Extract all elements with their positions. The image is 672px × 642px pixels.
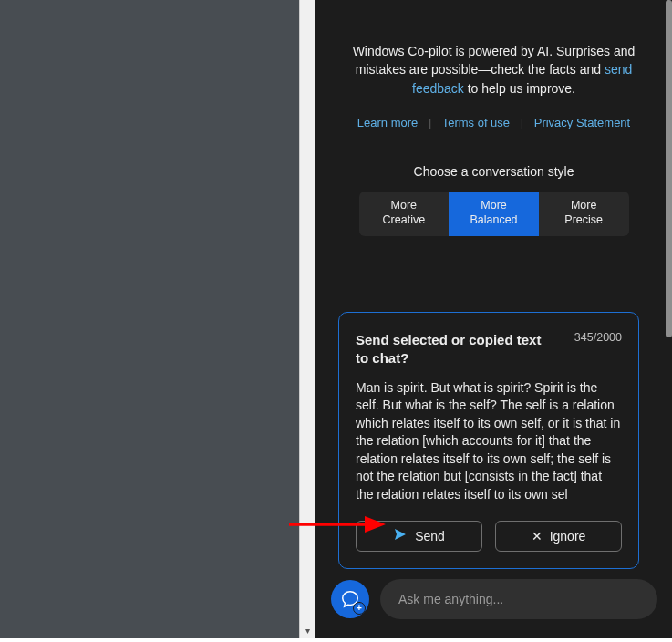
style-precise-button[interactable]: More Precise <box>539 192 629 236</box>
link-separator: | <box>521 116 523 129</box>
copilot-scrollbar[interactable] <box>666 0 672 337</box>
style-label-line1: More <box>359 199 450 213</box>
learn-more-link[interactable]: Learn more <box>357 116 418 129</box>
send-icon <box>393 527 408 544</box>
style-heading: Choose a conversation style <box>315 164 672 179</box>
style-balanced-button[interactable]: More Balanced <box>449 192 539 236</box>
ignore-button[interactable]: ✕ Ignore <box>495 521 622 552</box>
send-button[interactable]: Send <box>356 521 482 552</box>
send-text-prompt-card: Send selected or copied text to chat? 34… <box>338 312 639 569</box>
style-creative-button[interactable]: More Creative <box>359 192 450 236</box>
prompt-button-row: Send ✕ Ignore <box>356 521 622 552</box>
style-label-line1: More <box>539 199 629 213</box>
prompt-body-text: Man is spirit. But what is spirit? Spiri… <box>356 379 622 504</box>
chat-input-row: + <box>331 576 657 622</box>
chat-input[interactable] <box>380 579 657 619</box>
intro-before: Windows Co-pilot is powered by AI. Surpr… <box>353 44 636 77</box>
char-counter: 345/2000 <box>574 331 622 344</box>
privacy-link[interactable]: Privacy Statement <box>534 116 631 129</box>
terms-link[interactable]: Terms of use <box>442 116 510 129</box>
ignore-label: Ignore <box>550 529 586 544</box>
style-selector: More Creative More Balanced More Precise <box>359 192 629 236</box>
style-label-line1: More <box>449 199 539 213</box>
plus-icon: + <box>353 602 366 615</box>
copilot-panel: Windows Co-pilot is powered by AI. Surpr… <box>315 0 672 638</box>
scrollbar-down-arrow[interactable]: ▾ <box>300 622 315 638</box>
footer-links: Learn more | Terms of use | Privacy Stat… <box>315 116 672 129</box>
style-label-line2: Balanced <box>449 213 539 228</box>
link-separator: | <box>429 116 431 129</box>
style-label-line2: Precise <box>539 213 629 228</box>
send-label: Send <box>415 529 445 544</box>
left-scrollbar[interactable]: ▾ <box>299 0 315 638</box>
intro-text: Windows Co-pilot is powered by AI. Surpr… <box>315 0 672 98</box>
new-topic-button[interactable]: + <box>331 580 369 618</box>
close-icon: ✕ <box>532 529 543 544</box>
style-label-line2: Creative <box>359 213 450 228</box>
left-background-panel <box>0 0 299 638</box>
intro-after: to help us improve. <box>464 81 575 96</box>
